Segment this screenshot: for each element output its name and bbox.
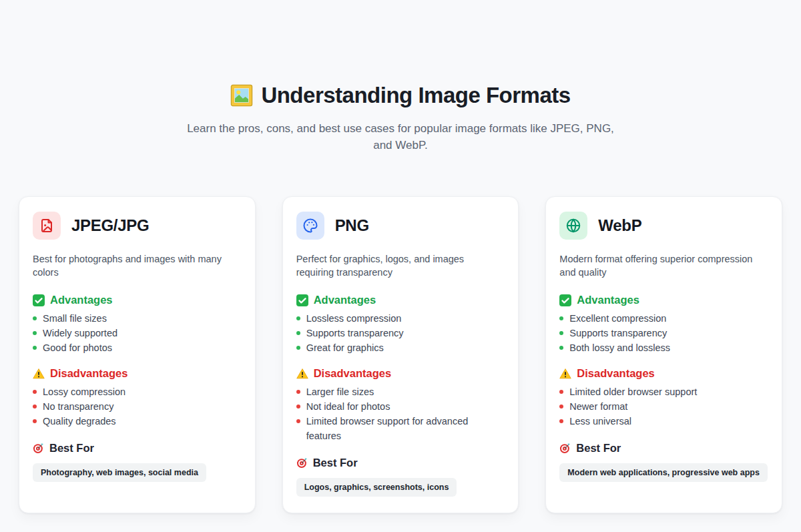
advantage-item: Both lossy and lossless [559, 340, 768, 355]
advantage-item: Small file sizes [33, 311, 242, 326]
warning-emoji [296, 368, 308, 380]
advantages-list: Excellent compression Supports transpare… [559, 311, 768, 355]
best-for-label: Best For [49, 442, 94, 455]
target-emoji [33, 443, 44, 454]
disadvantages-heading: Disadvantages [559, 367, 768, 380]
globe-icon [559, 212, 587, 240]
card-png: PNG Perfect for graphics, logos, and ima… [282, 196, 519, 513]
warning-emoji [559, 368, 571, 380]
format-cards-grid: JPEG/JPG Best for photographs and images… [0, 196, 801, 513]
card-description: Modern format offering superior compress… [559, 253, 760, 279]
best-for-heading: Best For [296, 457, 505, 469]
card-title: PNG [335, 216, 369, 235]
disadvantage-item: Limited browser support for advanced fea… [296, 414, 505, 443]
best-for-badge: Modern web applications, progressive web… [559, 463, 768, 482]
disadvantages-label: Disadvantages [314, 367, 391, 380]
file-image-icon [33, 212, 61, 240]
disadvantages-heading: Disadvantages [33, 367, 242, 380]
disadvantage-item: Quality degrades [33, 414, 242, 429]
card-jpeg-header: JPEG/JPG [33, 212, 242, 240]
disadvantage-item: No transparency [33, 399, 242, 414]
card-description: Best for photographs and images with man… [33, 253, 233, 279]
best-for-badge: Photography, web images, social media [33, 463, 206, 482]
page-title: Understanding Image Formats [261, 83, 570, 108]
target-emoji [559, 443, 571, 454]
card-webp-header: WebP [559, 212, 768, 240]
check-mark-emoji [559, 294, 571, 306]
best-for-heading: Best For [33, 442, 242, 455]
advantage-item: Supports transparency [559, 326, 768, 340]
disadvantages-heading: Disadvantages [296, 367, 505, 380]
best-for-label: Best For [313, 457, 358, 469]
card-webp: WebP Modern format offering superior com… [545, 196, 782, 513]
disadvantage-item: Lossy compression [33, 384, 242, 399]
advantage-item: Great for graphics [296, 340, 505, 355]
card-png-header: PNG [296, 212, 505, 240]
advantage-item: Lossless compression [296, 311, 505, 326]
disadvantages-list: Limited older browser support Newer form… [559, 384, 768, 429]
disadvantage-item: Less universal [559, 414, 768, 429]
disadvantages-list: Lossy compression No transparency Qualit… [33, 384, 242, 429]
advantages-list: Small file sizes Widely supported Good f… [33, 311, 242, 355]
advantage-item: Supports transparency [296, 326, 505, 340]
card-title: WebP [598, 216, 641, 235]
advantage-item: Good for photos [33, 340, 242, 355]
image-formats-page: Understanding Image Formats Learn the pr… [0, 0, 801, 532]
disadvantage-item: Not ideal for photos [296, 399, 505, 414]
best-for-heading: Best For [559, 442, 768, 455]
page-subtitle: Learn the pros, cons, and best use cases… [184, 120, 617, 154]
advantages-heading: Advantages [559, 294, 768, 306]
disadvantage-item: Larger file sizes [296, 384, 505, 399]
disadvantages-label: Disadvantages [577, 367, 654, 380]
card-title: JPEG/JPG [71, 216, 149, 235]
best-for-badge: Logos, graphics, screenshots, icons [296, 478, 457, 497]
check-mark-emoji [33, 294, 45, 306]
target-emoji [296, 457, 308, 469]
warning-emoji [33, 368, 45, 380]
advantage-item: Excellent compression [559, 311, 768, 326]
advantage-item: Widely supported [33, 326, 242, 340]
disadvantages-label: Disadvantages [50, 367, 127, 380]
advantages-list: Lossless compression Supports transparen… [296, 311, 505, 355]
card-description: Perfect for graphics, logos, and images … [296, 253, 497, 279]
advantages-label: Advantages [577, 294, 639, 306]
framed-picture-emoji [230, 84, 253, 107]
advantages-heading: Advantages [296, 294, 505, 306]
advantages-label: Advantages [314, 294, 376, 306]
best-for-label: Best For [576, 442, 621, 455]
page-header: Understanding Image Formats Learn the pr… [0, 0, 801, 154]
palette-icon [296, 212, 324, 240]
disadvantage-item: Limited older browser support [559, 384, 768, 399]
disadvantage-item: Newer format [559, 399, 768, 414]
advantages-label: Advantages [50, 294, 113, 306]
card-jpeg: JPEG/JPG Best for photographs and images… [19, 196, 256, 513]
check-mark-emoji [296, 294, 308, 306]
disadvantages-list: Larger file sizes Not ideal for photos L… [296, 384, 505, 443]
advantages-heading: Advantages [33, 294, 242, 306]
